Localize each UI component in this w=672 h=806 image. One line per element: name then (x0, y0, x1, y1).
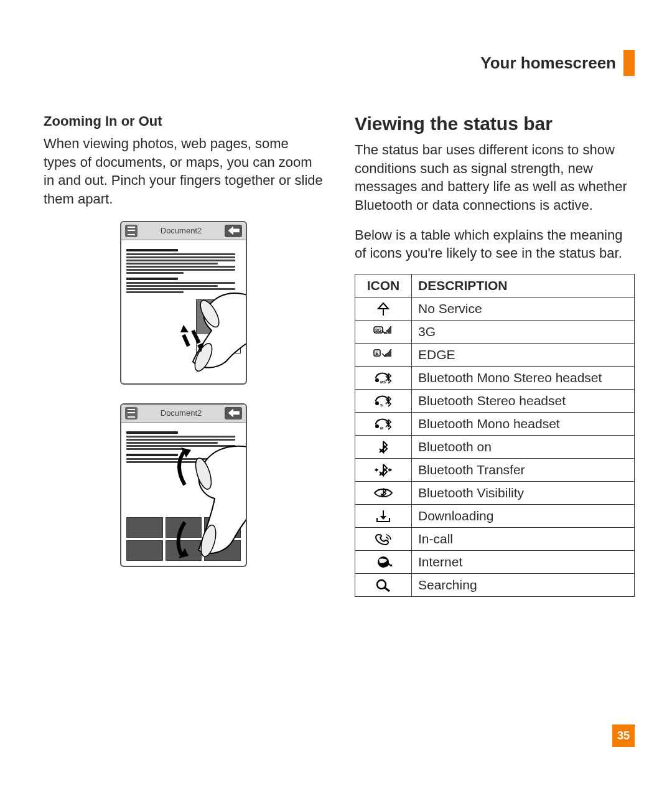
back-icon (225, 407, 242, 419)
edge-icon (355, 344, 412, 367)
internet-icon (355, 551, 412, 574)
icon-description: Internet (412, 551, 635, 574)
bt-s-icon: S (355, 390, 412, 413)
icon-description: Searching (412, 574, 635, 597)
icon-description: In-call (412, 528, 635, 551)
zoom-illustration-spread-out: Document2 (120, 403, 247, 567)
table-row: MBluetooth Mono headset (355, 413, 635, 436)
icon-description: No Service (412, 298, 635, 321)
icon-description: Bluetooth Stereo headset (412, 390, 635, 413)
bt-m-icon: M (355, 413, 412, 436)
table-row: SBluetooth Stereo headset (355, 390, 635, 413)
icon-description: Bluetooth Visibility (412, 482, 635, 505)
icon-description: Bluetooth Transfer (412, 459, 635, 482)
table-row: Bluetooth Visibility (355, 482, 635, 505)
search-icon (355, 574, 412, 597)
no-service-icon (355, 298, 412, 321)
status-bar-para2: Below is a table which explains the mean… (355, 226, 635, 263)
svg-marker-3 (180, 325, 189, 332)
icon-description: EDGE (412, 344, 635, 367)
svg-text:MS: MS (380, 380, 386, 384)
page-header: Your homescreen (44, 50, 635, 76)
menu-icon (125, 225, 138, 237)
status-bar-heading: Viewing the status bar (355, 113, 635, 134)
bt-vis-icon (355, 482, 412, 505)
zoom-illustration-pinch-in: Document2 (120, 221, 247, 385)
table-row: 3G (355, 321, 635, 344)
download-icon (355, 505, 412, 528)
table-row: Bluetooth Transfer (355, 459, 635, 482)
svg-text:M: M (380, 426, 383, 430)
menu-icon (125, 407, 138, 419)
section-label: Your homescreen (480, 54, 616, 73)
bt-on-icon (355, 436, 412, 459)
table-row: Bluetooth on (355, 436, 635, 459)
3g-icon (355, 321, 412, 344)
icon-description: Bluetooth Mono Stereo headset (412, 367, 635, 390)
table-row: Internet (355, 551, 635, 574)
table-row: No Service (355, 298, 635, 321)
left-column: Zooming In or Out When viewing photos, w… (44, 113, 324, 597)
icon-description: Bluetooth on (412, 436, 635, 459)
mock-photo (196, 299, 241, 354)
table-row: In-call (355, 528, 635, 551)
table-row: Searching (355, 574, 635, 597)
right-column: Viewing the status bar The status bar us… (355, 113, 635, 597)
table-row: Downloading (355, 505, 635, 528)
icon-description: 3G (412, 321, 635, 344)
in-call-icon (355, 528, 412, 551)
section-accent (623, 50, 635, 76)
mock-doc-title: Document2 (141, 226, 221, 235)
icon-description: Downloading (412, 505, 635, 528)
back-icon (225, 225, 242, 237)
zoom-heading: Zooming In or Out (44, 113, 324, 129)
table-row: EDGE (355, 344, 635, 367)
svg-text:S: S (380, 403, 383, 407)
zoom-body-text: When viewing photos, web pages, some typ… (44, 134, 324, 209)
page-number: 35 (612, 724, 635, 747)
icon-description: Bluetooth Mono headset (412, 413, 635, 436)
status-icon-table: ICON DESCRIPTION No Service3GEDGEMSBluet… (355, 274, 635, 597)
mock-doc-title: Document2 (141, 408, 221, 418)
col-header-description: DESCRIPTION (412, 274, 635, 298)
status-bar-para1: The status bar uses different icons to s… (355, 141, 635, 215)
bt-ms-icon: MS (355, 367, 412, 390)
col-header-icon: ICON (355, 274, 412, 298)
table-row: MSBluetooth Mono Stereo headset (355, 367, 635, 390)
bt-transfer-icon (355, 459, 412, 482)
